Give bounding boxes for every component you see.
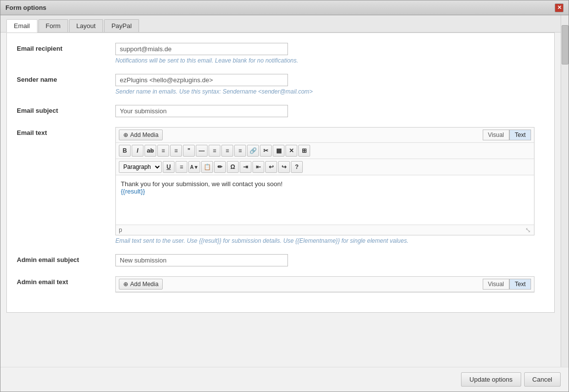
strikethrough-button[interactable]: ab [144,145,156,157]
table-button[interactable]: ▦ [273,145,284,157]
add-media-label: Add Media [130,131,158,138]
visual-tab[interactable]: Visual [483,130,509,140]
email-text-row: Email text ⊕ Add Media Visual [17,127,544,244]
admin-add-media-button[interactable]: ⊕ Add Media [119,279,163,290]
email-subject-row: Email subject [17,105,544,117]
text-tab[interactable]: Text [509,130,531,140]
email-recipient-input[interactable] [115,43,288,55]
justify-button[interactable]: ≡ [176,161,187,173]
editor-line1: Thank you for your submission, we will c… [121,180,529,188]
admin-email-subject-field [115,254,544,266]
admin-email-text-editor: ⊕ Add Media Visual Text [115,276,534,293]
email-text-field: ⊕ Add Media Visual Text B [115,127,544,244]
indent-button[interactable]: ⇥ [240,161,251,173]
paste-button[interactable]: 📋 [201,161,213,173]
font-color-button[interactable]: A▼ [188,161,200,173]
custom-link-button[interactable]: ✏ [214,161,226,173]
editor-content[interactable]: Thank you for your submission, we will c… [116,175,534,225]
underline-button[interactable]: U [163,161,175,173]
email-recipient-field: Notifications will be sent to this email… [115,43,544,64]
tab-paypal[interactable]: PayPal [104,19,139,32]
scrollbar[interactable] [561,15,569,367]
outdent-button[interactable]: ⇤ [252,161,264,173]
visual-text-tabs: Visual Text [483,130,531,140]
sender-name-hint: Sender name in emails. Use this syntax: … [115,88,544,95]
email-subject-label: Email subject [17,105,115,114]
tab-email[interactable]: Email [6,19,37,33]
scrollbar-thumb[interactable] [562,25,569,65]
special-char-button[interactable]: Ω [227,161,239,173]
dialog-body: Email Form Layout PayPal Email recipient… [0,15,569,367]
email-text-hint: Email text sent to the user. Use {{resul… [115,237,534,244]
remove-format-button[interactable]: ✕ [285,145,297,157]
sender-name-label: Sender name [17,74,115,83]
full-screen-button[interactable]: ⊞ [298,145,310,157]
admin-text-tab[interactable]: Text [509,279,531,290]
italic-button[interactable]: I [132,145,143,157]
email-recipient-label: Email recipient [17,43,115,52]
email-recipient-hint: Notifications will be sent to this email… [115,57,544,64]
horizontal-rule-button[interactable]: — [196,145,208,157]
unordered-list-button[interactable]: ≡ [157,145,169,157]
editor-footer: p ⤡ [116,225,534,235]
email-text-editor: ⊕ Add Media Visual Text B [115,127,534,235]
admin-email-text-label: Admin email text [17,276,115,286]
dialog-title: Form options [5,4,46,11]
form-area: Email recipient Notifications will be se… [6,33,555,313]
email-subject-input[interactable] [115,105,288,117]
admin-visual-tab[interactable]: Visual [483,279,509,290]
admin-email-text-field: ⊕ Add Media Visual Text [115,276,544,293]
email-recipient-row: Email recipient Notifications will be se… [17,43,544,64]
toolbar-row1: B I ab ≡ ≡ " — ≡ ≡ ≡ 🔗 [116,143,534,159]
admin-email-subject-label: Admin email subject [17,254,115,263]
toolbar-row2: Paragraph Heading 1 Heading 2 Heading 3 … [116,159,534,175]
tabs-bar: Email Form Layout PayPal [0,15,561,33]
admin-add-media-label: Add Media [130,281,158,288]
align-right-button[interactable]: ≡ [234,145,246,157]
sender-name-field: Sender name in emails. Use this syntax: … [115,74,544,95]
paragraph-select-wrap: Paragraph Heading 1 Heading 2 Heading 3 [119,161,162,173]
admin-visual-text-tabs: Visual Text [483,279,531,290]
ordered-list-button[interactable]: ≡ [170,145,182,157]
editor-tag: p [119,227,122,233]
align-left-button[interactable]: ≡ [209,145,220,157]
update-options-button[interactable]: Update options [461,372,521,387]
email-subject-field [115,105,544,117]
bold-button[interactable]: B [119,145,131,157]
tab-layout[interactable]: Layout [69,19,103,32]
editor-line2: {{result}} [121,188,529,195]
resize-handle[interactable]: ⤡ [525,226,531,234]
help-button[interactable]: ? [291,161,303,173]
admin-editor-topbar: ⊕ Add Media Visual Text [116,277,534,292]
redo-button[interactable]: ↪ [278,161,290,173]
admin-email-subject-row: Admin email subject [17,254,544,266]
sender-name-row: Sender name Sender name in emails. Use t… [17,74,544,95]
link-button[interactable]: 🔗 [247,145,259,157]
add-media-button[interactable]: ⊕ Add Media [119,130,163,140]
admin-email-subject-input[interactable] [115,254,288,266]
add-media-icon: ⊕ [123,131,128,138]
admin-add-media-icon: ⊕ [123,281,128,288]
form-options-dialog: Form options ✕ Email Form Layout PayPal … [0,0,569,392]
unlink-button[interactable]: ✂ [260,145,272,157]
align-center-button[interactable]: ≡ [221,145,233,157]
tab-form[interactable]: Form [38,19,68,32]
blockquote-button[interactable]: " [183,145,195,157]
close-button[interactable]: ✕ [555,3,564,12]
cancel-button[interactable]: Cancel [524,372,561,387]
paragraph-select[interactable]: Paragraph Heading 1 Heading 2 Heading 3 [119,162,161,172]
sender-name-input[interactable] [115,74,288,86]
editor-topbar: ⊕ Add Media Visual Text [116,128,534,143]
email-text-label: Email text [17,127,115,136]
admin-email-text-row: Admin email text ⊕ Add Media Visual Te [17,276,544,293]
undo-button[interactable]: ↩ [265,161,277,173]
dialog-titlebar: Form options ✕ [0,0,569,15]
dialog-footer: Update options Cancel [0,367,569,392]
main-content: Email Form Layout PayPal Email recipient… [0,15,561,367]
